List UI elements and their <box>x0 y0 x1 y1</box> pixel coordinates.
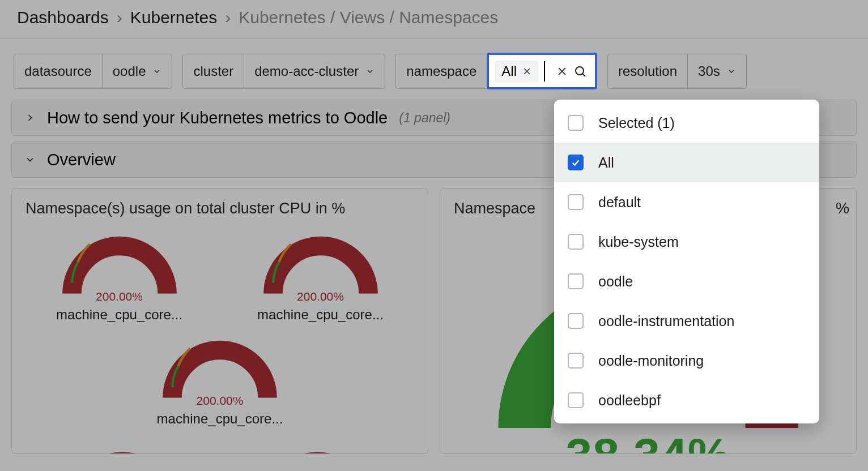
dropdown-option-label: kube-system <box>598 234 679 250</box>
gauge-value: 200.00% <box>261 290 380 303</box>
chevron-right-icon <box>24 112 36 123</box>
checkbox[interactable] <box>568 392 584 408</box>
section-overview-title: Overview <box>47 151 116 169</box>
dropdown-option-oodle-instrumentation[interactable]: oodle-instrumentation <box>554 301 819 341</box>
cpu-gauge: 200.00% <box>238 442 397 454</box>
cpu-gauge: 200.00% <box>60 224 179 303</box>
var-datasource[interactable]: datasource oodle <box>14 54 172 89</box>
gauge-cell: 200.00% machine_cpu_core... <box>149 328 291 427</box>
checkbox[interactable] <box>568 115 584 131</box>
chevron-down-icon <box>24 154 36 165</box>
panel-cpu-title: Namespace(s) usage on total cluster CPU … <box>25 200 421 217</box>
var-cluster-label: cluster <box>183 54 244 88</box>
panel-cpu: Namespace(s) usage on total cluster CPU … <box>11 188 428 454</box>
gauge-cell: 200.00% machine_cpu_core... <box>32 442 213 454</box>
cpu-gauge: 200.00% <box>261 224 380 303</box>
text-cursor <box>544 61 545 82</box>
dropdown-option-label: oodle <box>598 273 633 290</box>
checkbox[interactable] <box>568 234 584 250</box>
gauge-cell: 200.00% machine_cpu_core... <box>227 442 408 454</box>
variable-bar: datasource oodle cluster demo-acc-cluste… <box>0 39 868 100</box>
breadcrumb-root[interactable]: Dashboards <box>17 8 109 27</box>
dropdown-option-all[interactable]: All <box>554 143 819 182</box>
breadcrumb-sep: › <box>117 8 122 27</box>
chevron-down-icon <box>152 67 161 76</box>
breadcrumb-sep: › <box>225 8 231 27</box>
dropdown-option-label: oodleebpf <box>598 392 661 409</box>
gauge-cell: 200.00% machine_cpu_core... <box>49 224 190 323</box>
checkbox-checked[interactable] <box>568 155 584 170</box>
namespace-tag-label: All <box>501 63 517 79</box>
breadcrumb-current: Kubernetes / Views / Namespaces <box>239 8 498 27</box>
cpu-gauge: 200.00% <box>43 442 202 454</box>
namespace-dropdown[interactable]: Selected (1) All default kube-system ood… <box>554 100 819 423</box>
var-namespace-input[interactable]: All <box>487 53 597 89</box>
breadcrumb-folder[interactable]: Kubernetes <box>130 8 217 27</box>
checkbox[interactable] <box>568 353 584 369</box>
chevron-down-icon <box>727 67 736 76</box>
ram-gauge-value: 38.34% <box>566 428 731 454</box>
dropdown-option-default[interactable]: default <box>554 182 819 222</box>
dropdown-option-oodle[interactable]: oodle <box>554 262 819 301</box>
var-datasource-value: oodle <box>113 63 146 79</box>
var-cluster[interactable]: cluster demo-acc-cluster <box>182 54 385 89</box>
panel-ram-title-pct: % <box>836 200 849 217</box>
gauge-value: 200.00% <box>60 290 179 303</box>
panel-ram-title-prefix: Namespace <box>454 200 535 217</box>
chevron-down-icon <box>365 67 375 76</box>
dropdown-option-oodle-monitoring[interactable]: oodle-monitoring <box>554 341 819 380</box>
var-resolution-value: 30s <box>698 63 720 79</box>
close-icon[interactable] <box>522 67 531 76</box>
gauge-cell: 200.00% machine_cpu_core... <box>250 224 392 323</box>
section-howto-title: How to send your Kubernetes metrics to O… <box>47 109 388 127</box>
var-resolution[interactable]: resolution 30s <box>607 54 747 89</box>
svg-point-4 <box>576 67 584 75</box>
gauge-label: machine_cpu_core... <box>157 411 283 427</box>
cpu-gauge: 200.00% <box>160 328 279 408</box>
var-namespace-label-box: namespace <box>395 54 487 89</box>
dropdown-option-label: oodle-monitoring <box>598 353 704 369</box>
breadcrumb: Dashboards › Kubernetes › Kubernetes / V… <box>0 0 868 39</box>
dropdown-option-oodleebpf[interactable]: oodleebpf <box>554 380 819 420</box>
section-howto-meta: (1 panel) <box>399 110 450 126</box>
dropdown-option-label: oodle-instrumentation <box>598 313 734 329</box>
namespace-tag-all[interactable]: All <box>495 61 538 82</box>
var-resolution-label: resolution <box>608 54 688 88</box>
dropdown-option-kube-system[interactable]: kube-system <box>554 222 819 262</box>
checkbox[interactable] <box>568 313 584 329</box>
var-cluster-value: demo-acc-cluster <box>254 63 359 79</box>
dropdown-option-label: default <box>598 194 641 211</box>
svg-line-5 <box>582 74 585 76</box>
clear-all-icon[interactable] <box>556 66 568 77</box>
search-icon[interactable] <box>573 65 587 78</box>
var-datasource-label: datasource <box>14 54 103 88</box>
dropdown-option-label: All <box>598 155 614 171</box>
gauge-value: 200.00% <box>160 394 279 408</box>
dropdown-option-label: Selected (1) <box>598 115 675 131</box>
var-namespace-label: namespace <box>396 54 487 88</box>
checkbox[interactable] <box>568 194 584 210</box>
gauge-label: machine_cpu_core... <box>56 307 182 323</box>
checkbox[interactable] <box>568 273 584 289</box>
gauge-label: machine_cpu_core... <box>257 307 384 323</box>
dropdown-option-selected-count[interactable]: Selected (1) <box>554 103 819 143</box>
